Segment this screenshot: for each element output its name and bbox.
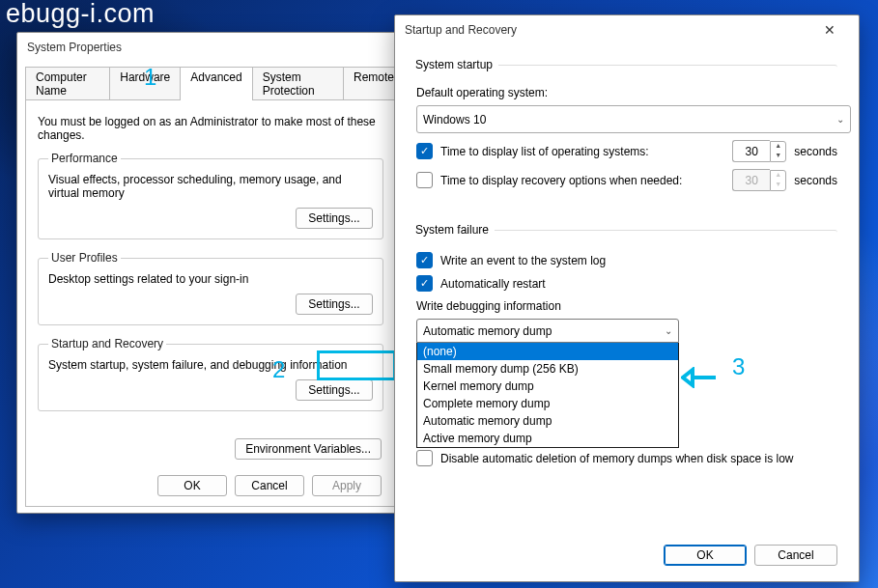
environment-variables-button[interactable]: Environment Variables...	[235, 438, 382, 460]
row-display-recovery: Time to display recovery options when ne…	[416, 169, 837, 191]
system-failure-heading: System failure	[412, 223, 495, 237]
close-icon[interactable]: ✕	[810, 15, 849, 44]
checkbox-display-recovery[interactable]	[416, 172, 433, 188]
sysprop-footer: OK Cancel Apply	[157, 475, 382, 496]
dump-select[interactable]: Automatic memory dump ⌄ (none) Small mem…	[416, 319, 679, 448]
arrow-pointer-icon	[681, 367, 718, 391]
dump-option-kernel[interactable]: Kernel memory dump	[417, 378, 678, 395]
checkbox-disable-delete[interactable]	[416, 450, 433, 466]
seconds-label-1: seconds	[794, 145, 837, 158]
chevron-down-icon: ⌄	[665, 325, 672, 336]
sr-ok-button[interactable]: OK	[664, 545, 747, 566]
callout-1: 1	[144, 64, 156, 91]
user-profiles-legend: User Profiles	[48, 251, 121, 265]
sysprop-tabstrip: Computer Name Hardware Advanced System P…	[17, 66, 404, 99]
performance-desc: Visual effects, processor scheduling, me…	[48, 173, 373, 200]
admin-note: You must be logged on as an Administrato…	[38, 115, 383, 142]
checkbox-write-event[interactable]: ✓	[416, 252, 433, 268]
sysprop-cancel-button[interactable]: Cancel	[235, 475, 304, 496]
dump-option-list: (none) Small memory dump (256 KB) Kernel…	[416, 343, 679, 448]
spin-down-icon-2: ▼	[771, 181, 785, 190]
label-display-os-list: Time to display list of operating system…	[440, 145, 649, 158]
startup-recovery-legend: Startup and Recovery	[48, 337, 166, 350]
callout-3: 3	[732, 353, 745, 380]
row-display-os-list: ✓ Time to display list of operating syst…	[416, 140, 837, 162]
label-auto-restart: Automatically restart	[440, 277, 546, 291]
callout-2: 2	[272, 356, 285, 383]
default-os-select[interactable]: Windows 10 ⌄	[416, 105, 851, 133]
dump-option-none[interactable]: (none)	[417, 343, 678, 360]
dump-option-complete[interactable]: Complete memory dump	[417, 395, 678, 412]
input-recovery-seconds	[732, 169, 770, 191]
sr-title: Startup and Recovery	[405, 23, 517, 37]
sysprop-titlebar: System Properties	[17, 33, 404, 62]
wdi-label: Write debugging information	[416, 299, 837, 313]
dump-option-small[interactable]: Small memory dump (256 KB)	[417, 360, 678, 378]
checkbox-display-os-list[interactable]: ✓	[416, 143, 433, 159]
spinner-recovery-seconds: ▲▼	[732, 169, 786, 191]
tab-advanced[interactable]: Advanced	[180, 67, 252, 100]
chevron-down-icon: ⌄	[836, 114, 844, 125]
tab-computer-name[interactable]: Computer Name	[25, 67, 110, 100]
performance-legend: Performance	[48, 152, 121, 165]
sysprop-apply-button[interactable]: Apply	[312, 475, 382, 496]
sysprop-title: System Properties	[27, 41, 122, 54]
tab-system-protection[interactable]: System Protection	[252, 67, 344, 100]
startup-recovery-dialog: Startup and Recovery ✕ System startup De…	[394, 14, 860, 582]
sysprop-ok-button[interactable]: OK	[157, 475, 227, 496]
performance-group: Performance Visual effects, processor sc…	[38, 152, 383, 239]
startup-recovery-group: Startup and Recovery System startup, sys…	[38, 337, 383, 411]
label-disable-delete: Disable automatic deletion of memory dum…	[440, 452, 794, 465]
dump-select-box[interactable]: Automatic memory dump ⌄	[416, 319, 679, 343]
advanced-tab-body: You must be logged on as an Administrato…	[25, 99, 396, 507]
spin-up-icon[interactable]: ▲	[771, 142, 785, 152]
performance-settings-button[interactable]: Settings...	[296, 208, 373, 229]
sr-footer: OK Cancel	[664, 545, 837, 566]
dump-option-active[interactable]: Active memory dump	[417, 430, 678, 447]
user-profiles-group: User Profiles Desktop settings related t…	[38, 251, 383, 325]
startup-recovery-desc: System startup, system failure, and debu…	[48, 358, 373, 372]
spin-down-icon[interactable]: ▼	[771, 152, 785, 161]
dump-selected-value: Automatic memory dump	[423, 324, 552, 338]
sr-cancel-button[interactable]: Cancel	[754, 545, 837, 566]
site-watermark: ebugg-i.com	[6, 0, 155, 29]
seconds-label-2: seconds	[794, 174, 837, 187]
dump-option-automatic[interactable]: Automatic memory dump	[417, 412, 678, 430]
label-write-event: Write an event to the system log	[440, 254, 606, 267]
checkbox-auto-restart[interactable]: ✓	[416, 275, 433, 292]
default-os-label: Default operating system:	[416, 86, 837, 99]
user-profiles-settings-button[interactable]: Settings...	[296, 294, 373, 315]
user-profiles-desc: Desktop settings related to your sign-in	[48, 272, 373, 286]
system-startup-heading: System startup	[412, 58, 498, 71]
system-properties-window: System Properties Computer Name Hardware…	[16, 32, 405, 514]
spin-up-icon-2: ▲	[771, 171, 785, 181]
spinner-os-list-seconds[interactable]: ▲▼	[732, 140, 786, 162]
input-os-list-seconds[interactable]	[732, 140, 770, 162]
sr-titlebar: Startup and Recovery ✕	[395, 15, 859, 44]
startup-recovery-settings-button[interactable]: Settings...	[296, 379, 373, 401]
default-os-value: Windows 10	[423, 113, 486, 126]
sr-body: System startup Default operating system:…	[395, 44, 859, 485]
label-display-recovery: Time to display recovery options when ne…	[440, 174, 682, 187]
